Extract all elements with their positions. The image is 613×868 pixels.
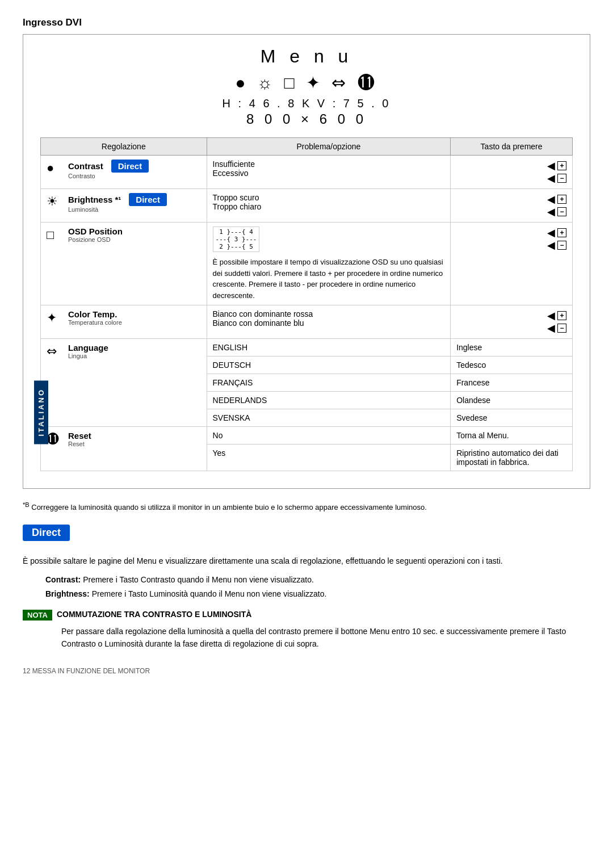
reset-yes-desc: Ripristino automatico dei dati impostati… <box>451 445 573 471</box>
lang-nederlands-translation: Olandese <box>451 392 573 409</box>
brightness-options: Troppo scuro Troppo chiaro <box>207 189 451 223</box>
lang-deutsch-cell: DEUTSCH <box>207 357 451 374</box>
header-regolazione: Regolazione <box>41 138 207 156</box>
nota-box: NOTA COMMUTAZIONE TRA CONTRASTO E LUMINO… <box>23 610 590 620</box>
footer-label-text: MESSA IN FUNZIONE DEL MONITOR <box>32 667 150 675</box>
osd-icon: □ <box>284 73 298 92</box>
arrow-left-icon: ◀ <box>547 193 555 206</box>
plus-box: + <box>557 161 566 170</box>
arrow-left-icon: ◀ <box>547 322 555 334</box>
plus-box: + <box>557 228 566 237</box>
contrast-icon: ● <box>47 161 64 175</box>
contrast-options: Insufficiente Eccessivo <box>207 156 451 189</box>
sidebar-italiano-label: ITALIANO <box>34 380 48 444</box>
arrow-left-icon: ◀ <box>547 227 555 239</box>
language-icon: ⇔ <box>331 73 349 92</box>
lang-francais-translation: Francese <box>451 374 573 392</box>
reset-no-cell: No <box>207 427 451 445</box>
direct-item-brightness: Brightness: Premere i Tasto Luminosità q… <box>45 587 590 601</box>
color-icon: ✦ <box>306 73 324 92</box>
direct-item-contrast: Contrast: Premere i Tasto Contrasto quan… <box>45 573 590 587</box>
color-temp-options: Bianco con dominante rossa Bianco con do… <box>207 305 451 339</box>
osd-options: 1 }---{ 4 ---{ 3 }--- 2 }---{ 5 È possib… <box>207 223 451 305</box>
contrast-direct-badge: Direct <box>111 160 149 173</box>
menu-resolution-h: H : 4 6 . 8 K V : 7 5 . 0 <box>40 97 573 110</box>
osd-label: OSD Position <box>68 227 201 236</box>
minus-box: − <box>557 174 566 183</box>
direct-description: È possibile saltare le pagine del Menu e… <box>23 555 590 567</box>
color-temp-sub: Temperatura colore <box>68 319 201 326</box>
minus-box: − <box>557 241 566 250</box>
brightness-keys: ◀ + ◀ − <box>451 189 573 223</box>
table-row: □ OSD Position Posizione OSD 1 }---{ 4 -… <box>41 223 573 305</box>
contrast-icon: ● <box>235 73 249 92</box>
main-box: M e n u ● ☼ □ ✦ ⇔ ⓫ H : 4 6 . 8 K V : 7 … <box>23 34 590 489</box>
osd-keys: ◀ + ◀ − <box>451 223 573 305</box>
color-temp-keys: ◀ + ◀ − <box>451 305 573 339</box>
lang-francais-cell: FRANÇAIS <box>207 374 451 392</box>
arrow-left-icon: ◀ <box>547 309 555 322</box>
language-sub: Lingua <box>68 353 201 359</box>
menu-title: M e n u <box>40 46 573 67</box>
lang-svenska-cell: SVENSKA <box>207 409 451 427</box>
direct-items-list: Contrast: Premere i Tasto Contrasto quan… <box>45 573 590 601</box>
plus-box: + <box>557 195 566 204</box>
reset-label: Reset <box>68 431 201 441</box>
direct-section-badge: Direct <box>23 525 70 541</box>
osd-sub: Posizione OSD <box>68 236 201 243</box>
lang-nederlands-cell: NEDERLANDS <box>207 392 451 409</box>
brightness-direct-badge: Direct <box>129 193 167 206</box>
osd-diagram: 1 }---{ 4 ---{ 3 }--- 2 }---{ 5 <box>213 227 260 252</box>
brightness-icon: ☀ <box>47 194 64 209</box>
nota-title: COMMUTAZIONE TRA CONTRASTO E LUMINOSITÀ <box>57 610 252 619</box>
menu-icons: ● ☼ □ ✦ ⇔ ⓫ <box>40 73 573 93</box>
table-row: ⓫ Reset Reset No Torna al Menu. <box>41 427 573 445</box>
color-temp-icon: ✦ <box>47 311 64 325</box>
lang-deutsch-translation: Tedesco <box>451 357 573 374</box>
reset-icon: ⓫ <box>358 73 378 92</box>
lang-svenska-translation: Svedese <box>451 409 573 427</box>
footnote-text: Correggere la luminosità quando si utili… <box>31 503 427 511</box>
reset-icon: ⓫ <box>47 432 64 447</box>
contrast-keys: ◀ + ◀ − <box>451 156 573 189</box>
color-temp-label: Color Temp. <box>68 309 201 319</box>
table-row: ⇔ Language Lingua ENGLISH Inglese <box>41 339 573 357</box>
direct-brightness-desc: Premere i Tasto Luminosità quando il Men… <box>92 589 327 598</box>
minus-box: − <box>557 207 566 216</box>
direct-contrast-desc: Premere i Tasto Contrasto quando il Menu… <box>83 575 314 584</box>
lang-english-translation: Inglese <box>451 339 573 357</box>
minus-box: − <box>557 324 566 333</box>
table-row: ☀ Brightness *¹ Direct Luminosità Tro <box>41 189 573 223</box>
nota-description: Per passare dalla regolazione della lumi… <box>61 625 590 651</box>
page-title: Ingresso DVI <box>23 17 590 28</box>
arrow-left-icon: ◀ <box>547 172 555 184</box>
header-tasto: Tasto da premere <box>451 138 573 156</box>
reset-no-desc: Torna al Menu. <box>451 427 573 445</box>
menu-header: M e n u ● ☼ □ ✦ ⇔ ⓫ H : 4 6 . 8 K V : 7 … <box>40 46 573 127</box>
language-icon: ⇔ <box>47 344 64 359</box>
contrast-label: Contrast <box>68 161 103 171</box>
header-problema: Problema/opzione <box>207 138 451 156</box>
arrow-left-icon: ◀ <box>547 160 555 172</box>
main-table: Regolazione Problema/opzione Tasto da pr… <box>40 137 573 471</box>
table-row: ✦ Color Temp. Temperatura colore Bianco … <box>41 305 573 339</box>
page-footer: 12 MESSA IN FUNZIONE DEL MONITOR <box>23 667 590 675</box>
brightness-label: Brightness *¹ <box>68 195 121 204</box>
table-row: ● Contrast Direct Contrasto Insuffici <box>41 156 573 189</box>
nota-badge: NOTA <box>23 610 52 620</box>
menu-resolution-px: 8 0 0 × 6 0 0 <box>40 111 573 127</box>
lang-english-cell: ENGLISH <box>207 339 451 357</box>
footer-page-num: 12 <box>23 667 30 675</box>
plus-box: + <box>557 311 566 320</box>
footnote-sup: *B <box>23 501 30 508</box>
footnote: *B Correggere la luminosità quando si ut… <box>23 500 590 513</box>
contrast-sub: Contrasto <box>68 173 201 179</box>
language-label: Language <box>68 343 201 353</box>
osd-icon: □ <box>47 228 64 242</box>
reset-sub: Reset <box>68 441 201 447</box>
reset-yes-cell: Yes <box>207 445 451 471</box>
brightness-icon: ☼ <box>257 73 276 92</box>
brightness-sub: Luminosità <box>68 206 201 213</box>
arrow-left-icon: ◀ <box>547 206 555 218</box>
arrow-left-icon: ◀ <box>547 239 555 251</box>
